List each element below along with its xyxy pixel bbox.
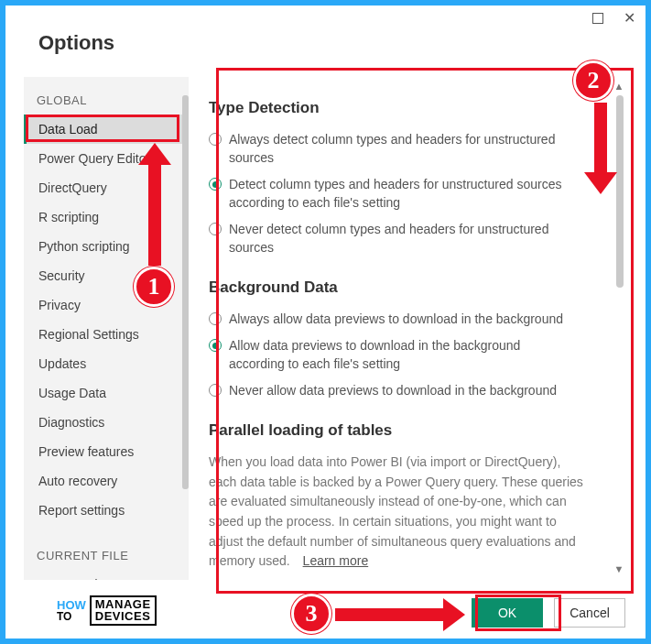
ok-button[interactable]: OK xyxy=(472,598,543,628)
radio-label: Detect column types and headers for unst… xyxy=(229,176,575,212)
section-type-detection: Type Detection xyxy=(209,99,611,117)
radio-td-never[interactable]: Never detect column types and headers fo… xyxy=(209,216,575,261)
sidebar-item-cf-data-load[interactable]: Data Load xyxy=(24,570,189,580)
scrollbar-thumb[interactable] xyxy=(616,95,624,288)
maximize-button[interactable] xyxy=(591,11,605,26)
section-background-data: Background Data xyxy=(209,278,611,297)
radio-td-always[interactable]: Always detect column types and headers f… xyxy=(209,126,575,171)
radio-label: Always allow data previews to download i… xyxy=(229,311,563,329)
radio-icon xyxy=(209,178,222,191)
radio-bg-always[interactable]: Always allow data previews to download i… xyxy=(209,306,575,333)
section-parallel-loading: Parallel loading of tables xyxy=(209,421,611,440)
annotation-badge-2: 2 xyxy=(573,60,613,101)
sidebar-item-preview-features[interactable]: Preview features xyxy=(24,437,189,466)
learn-more-link[interactable]: Learn more xyxy=(303,553,369,568)
radio-bg-perfile[interactable]: Allow data previews to download in the b… xyxy=(209,333,575,377)
radio-icon xyxy=(209,339,222,352)
radio-icon xyxy=(209,312,222,325)
annotation-badge-3: 3 xyxy=(291,594,331,634)
sidebar-item-data-load[interactable]: Data Load xyxy=(24,115,189,144)
radio-label: Never allow data previews to download in… xyxy=(229,382,557,400)
scroll-down-icon[interactable]: ▼ xyxy=(613,563,625,576)
radio-icon xyxy=(209,384,222,397)
dialog-body: GLOBAL Data Load Power Query Editor Dire… xyxy=(24,77,627,580)
sidebar-item-python-scripting[interactable]: Python scripting xyxy=(24,232,189,261)
sidebar-item-diagnostics[interactable]: Diagnostics xyxy=(24,408,189,437)
dialog-footer: OK Cancel xyxy=(472,598,625,628)
radio-label: Always detect column types and headers f… xyxy=(229,131,575,167)
sidebar-header-current-file: CURRENT FILE xyxy=(24,525,189,570)
options-dialog: ✕ Options GLOBAL Data Load Power Query E… xyxy=(5,5,646,639)
sidebar-item-usage-data[interactable]: Usage Data xyxy=(24,378,189,408)
radio-label: Never detect column types and headers fo… xyxy=(229,221,575,257)
watermark-howto: HOW TO xyxy=(57,599,86,622)
parallel-loading-body: When you load data into Power BI (via im… xyxy=(209,454,583,568)
page-title: Options xyxy=(5,5,646,55)
cancel-button[interactable]: Cancel xyxy=(554,598,625,628)
watermark-box: MANAGE DEVICES xyxy=(90,595,157,626)
sidebar-item-regional-settings[interactable]: Regional Settings xyxy=(24,320,189,349)
watermark: HOW TO MANAGE DEVICES xyxy=(57,595,157,626)
window-controls: ✕ xyxy=(591,11,636,26)
radio-bg-never[interactable]: Never allow data previews to download in… xyxy=(209,377,575,405)
radio-td-perfile[interactable]: Detect column types and headers for unst… xyxy=(209,171,575,216)
radio-label: Allow data previews to download in the b… xyxy=(229,337,575,373)
sidebar-item-auto-recovery[interactable]: Auto recovery xyxy=(24,466,189,496)
sidebar-item-directquery[interactable]: DirectQuery xyxy=(24,173,189,202)
sidebar-item-r-scripting[interactable]: R scripting xyxy=(24,202,189,232)
radio-icon xyxy=(209,223,222,235)
radio-icon xyxy=(209,133,222,146)
close-button[interactable]: ✕ xyxy=(622,11,636,26)
sidebar-item-updates[interactable]: Updates xyxy=(24,349,189,378)
content-pane: ▲ ▼ Type Detection Always detect column … xyxy=(189,77,627,580)
parallel-loading-text: When you load data into Power BI (via im… xyxy=(209,449,584,572)
sidebar-header-global: GLOBAL xyxy=(24,93,189,115)
sidebar-item-report-settings[interactable]: Report settings xyxy=(24,496,189,525)
annotation-badge-1: 1 xyxy=(134,267,174,307)
scroll-up-icon[interactable]: ▲ xyxy=(613,81,625,93)
